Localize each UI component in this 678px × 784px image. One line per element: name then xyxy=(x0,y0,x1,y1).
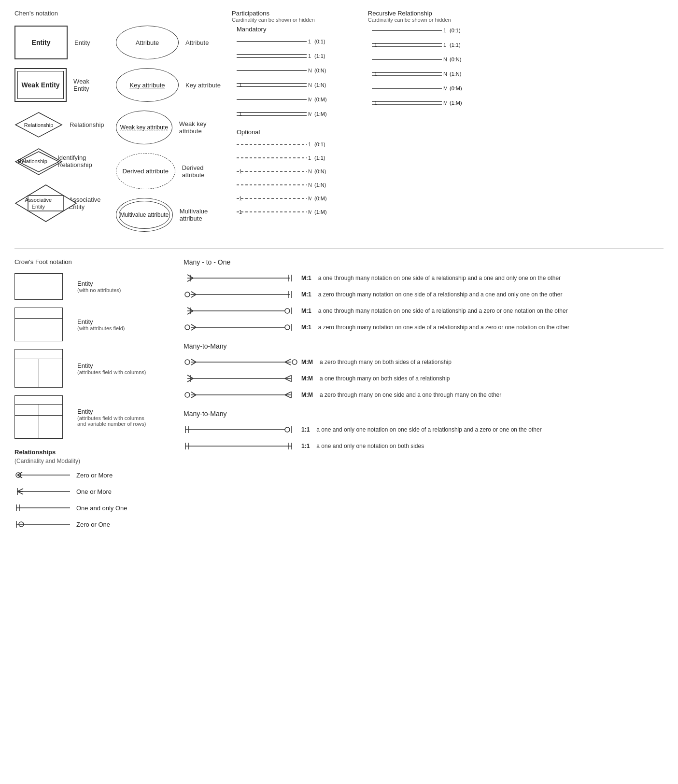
svg-text:N: N xyxy=(308,168,311,174)
m1-row-1: M:1 a one through many notation on one s… xyxy=(184,273,664,283)
part-0-n: N (0:N) xyxy=(237,66,348,75)
svg-point-98 xyxy=(285,325,290,330)
attribute-shape: Attribute xyxy=(116,26,179,59)
svg-line-82 xyxy=(191,294,196,297)
svg-text:M: M xyxy=(308,196,311,201)
svg-point-91 xyxy=(285,308,290,313)
m1-row-4: M:1 a zero through many notation on one … xyxy=(184,322,664,333)
many-to-one-title: Many - to - One xyxy=(184,258,664,266)
11-row-1: 1:1 a one and only one notation on one s… xyxy=(184,424,664,435)
svg-line-123 xyxy=(285,392,291,395)
opt-0-1: 1 (0:1) xyxy=(237,140,348,149)
recursive-header: Recursive Relationship Cardinality can b… xyxy=(368,10,451,23)
svg-text:M: M xyxy=(308,209,311,215)
cf-entity-rows-label: Entity (attributes field with columns an… xyxy=(77,408,155,427)
cf-entity-rows-row: Entity (attributes field with columns an… xyxy=(14,395,164,439)
svg-point-100 xyxy=(185,360,190,364)
cf-entity-attrs-label: Entity (with attributes field) xyxy=(77,318,155,331)
cf-entity-cols-row: Entity (attributes field with columns) xyxy=(14,349,164,388)
relationship-label: Relationship xyxy=(70,121,104,128)
mandatory-label: Mandatory xyxy=(237,26,348,33)
svg-line-125 xyxy=(285,395,291,398)
svg-text:1: 1 xyxy=(443,28,446,33)
part-1-m: 1 M (1:M) xyxy=(237,109,348,119)
svg-text:1: 1 xyxy=(239,111,242,117)
svg-line-114 xyxy=(285,376,291,378)
attribute-row: Attribute Attribute xyxy=(116,26,222,59)
svg-point-93 xyxy=(185,325,190,330)
entity-label: Entity xyxy=(74,39,90,46)
associative-shape: AssociativeEntity xyxy=(14,184,62,223)
svg-line-62 xyxy=(17,489,23,491)
mandatory-col: Mandatory 1 (0:1) 1 (1:1) xyxy=(237,26,348,238)
identifying-rel-shape: Relationship xyxy=(14,148,51,174)
multivalue-label: Multivalue attribute xyxy=(180,208,222,222)
identifying-rel-label: Identifying Relationship xyxy=(57,154,106,168)
svg-line-96 xyxy=(191,327,196,330)
m1-row-2: M:1 a zero through many notation on one … xyxy=(184,289,664,300)
participations-area: Mandatory 1 (0:1) 1 (1:1) xyxy=(237,26,664,238)
svg-point-78 xyxy=(185,292,190,297)
svg-point-108 xyxy=(292,360,297,364)
svg-line-80 xyxy=(191,292,196,294)
derived-row: Derived attribute Derived attribute xyxy=(116,153,222,189)
opt-0-n: 1 N (0:N) xyxy=(237,167,348,176)
identifying-rel-row: Relationship Identifying Relationship xyxy=(14,148,106,174)
rel-title: Relationships xyxy=(14,448,164,456)
svg-text:1: 1 xyxy=(239,82,242,88)
one-only-label: One and only One xyxy=(76,504,127,512)
11-row-2: 1:1 a one and only one notation on both … xyxy=(184,441,664,451)
svg-line-119 xyxy=(191,392,196,395)
svg-text:1: 1 xyxy=(308,141,311,147)
opt-0-m: 1 M (0:M) xyxy=(237,194,348,203)
weak-entity-label: Weak Entity xyxy=(73,78,106,92)
cf-entity-cols-label: Entity (attributes field with columns) xyxy=(77,362,155,375)
one-or-more-row: One or More xyxy=(14,487,164,496)
part-1-1: 1 (1:1) xyxy=(237,51,348,61)
opt-1-n: N (1:N) xyxy=(237,180,348,190)
svg-text:1: 1 xyxy=(308,39,311,44)
mm-row-2: M:M a one through many on both sides of … xyxy=(184,373,664,384)
weak-key-shape: Weak key attribute xyxy=(116,111,172,144)
chens-title: Chen's notation xyxy=(14,10,106,23)
rec-1-n: 1 N (1:N) xyxy=(372,69,483,79)
multivalue-row: Multivalue attribute Multivalue attribut… xyxy=(116,198,222,232)
cf-entity-rows-shape xyxy=(14,395,63,439)
svg-line-116 xyxy=(285,378,291,381)
key-attr-row: Key attribute Key attribute xyxy=(116,68,222,102)
cf-entity-simple-label: Entity (with no attributes) xyxy=(77,280,155,293)
participations-header: Participations Cardinality can be shown … xyxy=(232,10,315,23)
entity-shape: Entity xyxy=(14,26,68,59)
weak-entity-row: Weak Entity Weak Entity xyxy=(14,68,106,102)
cf-entity-attrs-shape xyxy=(14,308,63,341)
section-divider xyxy=(14,248,664,249)
mm-row-3: M:M a zero through many on one side and … xyxy=(184,390,664,400)
svg-text:1: 1 xyxy=(308,155,311,161)
rec-0-n: N (0:N) xyxy=(372,55,483,64)
relationship-row: Relationship Relationship xyxy=(14,112,106,138)
svg-line-105 xyxy=(285,359,291,362)
svg-text:1: 1 xyxy=(239,209,242,215)
weak-key-label: Weak key attribute xyxy=(179,120,222,135)
cf-entity-attrs-row: Entity (with attributes field) xyxy=(14,308,164,341)
svg-text:N: N xyxy=(443,71,447,77)
mm-row-1: M:M a zero through many on both sides of… xyxy=(184,357,664,367)
svg-line-64 xyxy=(17,491,23,494)
relationship-shape: Relationship xyxy=(14,112,63,138)
rec-0-m: M (0:M) xyxy=(372,84,483,93)
svg-line-107 xyxy=(285,362,291,365)
svg-text:N: N xyxy=(308,82,311,88)
entity-shapes-col: Entity Entity Weak Entity Weak Entity Re… xyxy=(14,26,106,238)
svg-text:1: 1 xyxy=(374,100,377,106)
svg-text:M: M xyxy=(308,111,311,117)
one-to-one-title: Many-to-Many xyxy=(184,410,664,418)
attribute-label: Attribute xyxy=(185,39,209,46)
part-1-n: 1 N (1:N) xyxy=(237,80,348,90)
svg-text:1: 1 xyxy=(374,71,377,77)
crows-section: Crow's Foot notation Entity (with no att… xyxy=(14,258,664,536)
weak-entity-shape: Weak Entity xyxy=(14,68,67,102)
cf-entity-cols-shape xyxy=(14,349,63,388)
entity-row: Entity Entity xyxy=(14,26,106,59)
svg-text:M: M xyxy=(443,100,447,106)
svg-text:1: 1 xyxy=(374,42,377,48)
